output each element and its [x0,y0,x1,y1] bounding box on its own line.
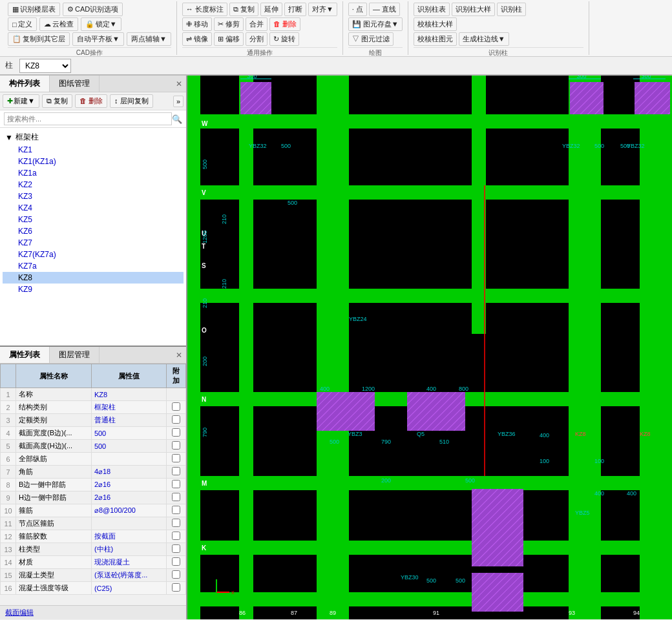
verify-column-detail-btn[interactable]: 校核柱大样 [414,17,457,31]
tree-item[interactable]: KZ7 [3,237,184,249]
component-panel-tabs: 构件列表 图纸管理 ✕ [0,76,186,92]
auto-align-btn[interactable]: 自动平齐板▼ [72,32,124,46]
prop-val-material[interactable]: 现浇混凝土 [91,556,166,569]
svg-text:V: V [202,189,206,196]
split-btn[interactable]: 分割 [246,32,268,46]
tree-item[interactable]: KZ6 [3,225,184,237]
delete-btn[interactable]: 🗑 删除 [269,17,300,31]
extend-btn[interactable]: 延伸 [260,3,282,16]
lock-btn[interactable]: 🔒 锁定▼ [81,17,121,31]
tree-group-header[interactable]: ▼ 框架柱 [3,130,184,144]
save-element-btn[interactable]: 💾 图元存盘▼ [348,17,403,31]
prop-val-width[interactable]: 500 [91,427,166,440]
copy-to-other-btn[interactable]: 📋 复制到其它层 [8,32,70,46]
tab-drawing-mgmt[interactable]: 图纸管理 [50,76,100,92]
tree-item[interactable]: KZ7a [3,260,184,272]
prop-val-column-type[interactable]: (中柱) [91,543,166,556]
merge-btn[interactable]: 合并 [246,17,268,31]
tree-item[interactable]: KZ3 [3,191,184,202]
search-input[interactable] [4,112,172,125]
copy-btn[interactable]: ⧉ 复制 [229,3,258,16]
prop-val-b-rebar[interactable]: 2⌀16 [91,479,166,491]
delete-component-btn[interactable]: 🗑 删除 [75,94,107,108]
svg-text:300: 300 [247,76,257,79]
tab-component-list[interactable]: 构件列表 [0,76,50,92]
prop-val-name[interactable]: KZ8 [91,388,166,401]
tab-layer-mgmt[interactable]: 图层管理 [50,347,100,363]
length-mark-btn[interactable]: ↔ 长度标注 [182,3,227,16]
identify-column-table-btn[interactable]: 识别柱表 [414,3,450,16]
prop-val-rebar-all[interactable] [91,453,166,466]
svg-text:O: O [202,327,207,334]
options-icon: ⚙ [67,5,74,14]
prop-row-7: 7 角筋 4⌀18 [1,466,186,479]
prop-val-node-stirrup[interactable] [91,517,166,530]
prop-val-struct[interactable]: 框架柱 [91,401,166,414]
new-component-btn[interactable]: ✚ 新建▼ [3,94,39,108]
mirror-btn[interactable]: ⇌ 镜像 [182,32,212,46]
component-list-panel: 构件列表 图纸管理 ✕ ✚ 新建▼ ⧉ 复制 🗑 删除 [0,76,186,347]
identify-layers-btn[interactable]: ▦ 识别楼层表 [8,3,60,16]
identify-column-detail-btn[interactable]: 识别柱大样 [452,3,495,16]
tree-item[interactable]: KZ4 [3,202,184,214]
rotate-btn[interactable]: ↻ 旋转 [269,32,299,46]
prop-val-stirrup-count[interactable]: 按截面 [91,530,166,543]
toolbar-group-identify-column: 识别柱表 识别柱大样 识别柱 校核柱大样 校核柱图元 生成柱边线▼ 识别柱 [408,1,589,55]
line-btn[interactable]: — 直线 [369,3,400,16]
tree-item-selected[interactable]: KZ8 [3,272,184,284]
prop-val-height[interactable]: 500 [91,440,166,453]
define-btn[interactable]: □ 定义 [8,17,37,31]
tree-item[interactable]: KZ5 [3,214,184,225]
cad-identify-options-btn[interactable]: ⚙ CAD识别选项 [63,3,123,16]
panel-close-bottom[interactable]: ✕ [172,347,186,363]
prop-val-stirrup[interactable]: ⌀8@100/200 [91,504,166,517]
toolbar-group-draw: · 点 — 直线 💾 图元存盘▼ ▽ 图元过滤 绘图 [343,1,408,55]
prop-val-corner[interactable]: 4⌀18 [91,466,166,479]
cloud-check-btn[interactable]: ☁ 云检查 [39,17,78,31]
svg-text:200: 200 [381,477,391,484]
svg-text:86: 86 [239,610,246,616]
col-prop-val: 属性值 [91,364,166,388]
more-options-btn[interactable]: » [173,96,184,107]
prop-val-quota[interactable]: 普通柱 [91,414,166,427]
svg-text:Q5: Q5 [417,431,425,437]
tab-properties[interactable]: 属性列表 [0,347,50,363]
tree-item[interactable]: KZ1a [3,167,184,179]
svg-text:93: 93 [569,610,575,616]
prop-val-concrete-grade[interactable]: (C25) [91,582,166,595]
tree-item[interactable]: KZ1 [3,144,184,156]
search-icon-btn[interactable]: 🔍 [172,114,182,124]
tree-item[interactable]: KZ9 [3,284,184,295]
component-select[interactable]: KZ8 [19,59,71,73]
svg-text:YBZ30: YBZ30 [401,574,419,581]
point-btn[interactable]: · 点 [348,3,367,16]
prop-val-concrete-type[interactable]: (泵送砼(坍落度... [91,569,166,582]
copy-icon: ⧉ [47,97,52,105]
copy-component-btn[interactable]: ⧉ 复制 [42,94,72,108]
cad-canvas[interactable]: 300 300 300 YBZ32 YBZ32 YBZ32 500 500 50… [187,76,672,619]
prop-val-h-rebar[interactable]: 2⌀16 [91,491,166,504]
verify-column-element-btn[interactable]: 校核柱图元 [414,32,457,46]
break-btn[interactable]: 打断 [284,3,306,16]
gen-column-edge-btn[interactable]: 生成柱边线▼ [459,32,509,46]
floor-copy-btn[interactable]: ↕ 层间复制 [110,94,153,108]
align-btn[interactable]: 对齐▼ [308,3,337,16]
tree-item[interactable]: KZ2 [3,179,184,191]
trim-btn[interactable]: ✂ 修剪 [214,17,244,31]
section-edit-link[interactable]: 截面编辑 [5,608,34,616]
svg-rect-19 [570,82,604,114]
panel-close-top[interactable]: ✕ [172,76,186,92]
two-point-btn[interactable]: 两点辅轴▼ [127,32,171,46]
filter-element-btn[interactable]: ▽ 图元过滤 [348,32,394,46]
tree-item[interactable]: KZ7(KZ7a) [3,249,184,260]
tree-item[interactable]: KZ1(KZ1a) [3,156,184,167]
offset-btn[interactable]: ⊞ 偏移 [214,32,244,46]
prop-row-12: 12 箍筋胶数 按截面 [1,530,186,543]
move-btn[interactable]: ✙ 移动 [182,17,212,31]
prop-row-8: 8 B边一侧中部筋 2⌀16 [1,479,186,491]
prop-row-15: 15 混凝土类型 (泵送砼(坍落度... [1,569,186,582]
identify-column-btn[interactable]: 识别柱 [497,3,526,16]
prop-row-5: 5 截面高度(H边)(... 500 [1,440,186,453]
toolbar-group-label-cad: CAD操作 [8,47,171,57]
svg-text:500: 500 [456,577,465,584]
